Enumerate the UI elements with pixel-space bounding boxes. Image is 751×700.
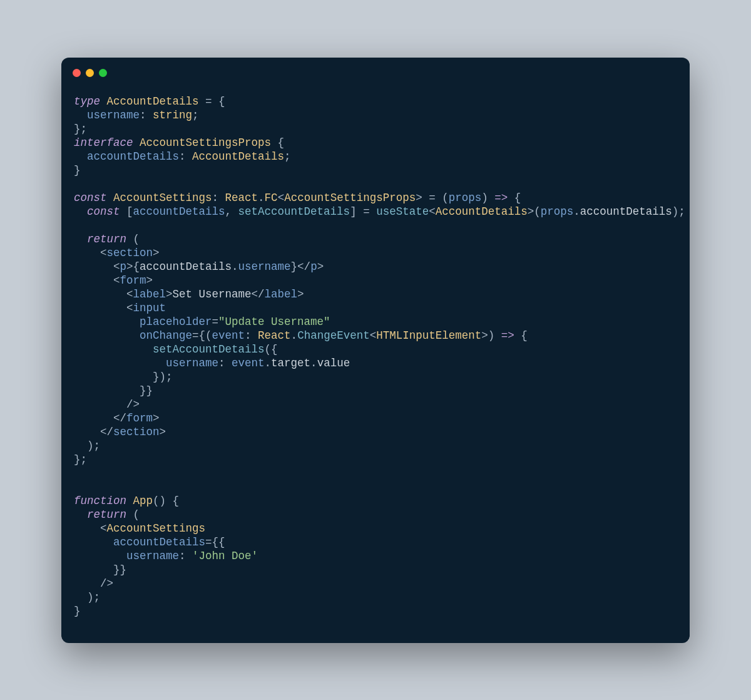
code-line: function App() { <box>74 495 179 507</box>
code-token <box>126 495 133 507</box>
code-token: }; <box>74 123 87 135</box>
code-token: : <box>218 357 232 369</box>
code-line: username: string; <box>74 109 199 121</box>
code-line: accountDetails={{ <box>74 536 225 548</box>
code-line: </form> <box>74 412 160 425</box>
code-token <box>74 536 113 548</box>
code-token: p <box>310 260 317 273</box>
code-token <box>74 316 140 328</box>
code-line: return ( <box>74 233 140 245</box>
code-token: section <box>107 247 153 259</box>
code-token: /> <box>74 398 140 411</box>
code-token: ); <box>672 205 685 218</box>
code-token: placeholder <box>140 316 212 328</box>
code-token: > <box>153 247 160 259</box>
code-block: type AccountDetails = { username: string… <box>61 77 690 624</box>
code-token: setAccountDetails <box>153 343 265 356</box>
code-token: function <box>74 495 126 507</box>
code-line: } <box>74 164 81 177</box>
code-line: }; <box>74 453 87 466</box>
code-line: }} <box>74 564 126 576</box>
code-token: >( <box>528 205 541 218</box>
code-token: }} <box>74 564 126 576</box>
code-token: . <box>258 192 265 204</box>
code-token: > <box>160 426 166 438</box>
code-token: < <box>74 288 133 301</box>
code-token: . <box>310 357 317 369</box>
code-token: }); <box>74 371 173 383</box>
code-token: React <box>258 329 291 342</box>
code-token: username <box>126 550 179 562</box>
code-token: => <box>494 192 508 204</box>
code-line: }} <box>74 384 153 397</box>
code-token: < <box>429 205 436 218</box>
code-token: const <box>74 192 107 204</box>
code-token: label <box>133 288 166 301</box>
code-token: }; <box>74 453 87 466</box>
code-token: ; <box>284 150 291 163</box>
code-token: </ <box>252 288 265 301</box>
code-token: AccountSettings <box>107 522 206 535</box>
code-token: > <box>166 288 173 301</box>
window-titlebar <box>61 58 690 77</box>
minimize-dot-icon[interactable] <box>86 69 94 77</box>
code-token: /> <box>74 577 113 590</box>
code-token: AccountDetails <box>436 205 528 218</box>
code-token: () { <box>153 495 179 507</box>
code-line: </section> <box>74 426 166 438</box>
code-line: ); <box>74 440 100 452</box>
code-token: . <box>232 260 238 273</box>
code-line: } <box>74 605 81 617</box>
code-token <box>74 508 87 521</box>
code-line: username: 'John Doe' <box>74 550 258 562</box>
code-token: < <box>74 302 133 314</box>
code-token: > <box>297 288 304 301</box>
code-token: ; <box>192 109 199 121</box>
code-token: { <box>514 329 528 342</box>
code-token: ) <box>481 192 494 204</box>
code-token <box>100 95 107 108</box>
code-line: interface AccountSettingsProps { <box>74 136 284 149</box>
code-token: ] = <box>350 205 376 218</box>
code-token: ChangeEvent <box>297 329 370 342</box>
code-token: accountDetails <box>113 536 205 548</box>
code-line: <form> <box>74 274 153 287</box>
code-token: ); <box>74 591 100 604</box>
code-token: >) <box>481 329 501 342</box>
code-line: const [accountDetails, setAccountDetails… <box>74 205 685 218</box>
code-token: ={( <box>192 329 212 342</box>
code-token: </ <box>74 412 126 425</box>
code-token: return <box>87 508 126 521</box>
code-token <box>74 329 140 342</box>
code-token: = <box>212 316 219 328</box>
code-token: < <box>370 329 377 342</box>
code-token: . <box>573 205 580 218</box>
code-line: <section> <box>74 247 160 259</box>
code-token: accountDetails <box>140 260 232 273</box>
code-token: props <box>449 192 482 204</box>
code-token: }} <box>74 384 153 397</box>
code-token <box>74 357 166 369</box>
code-token: username <box>166 357 218 369</box>
code-token: type <box>74 95 100 108</box>
code-token: accountDetails <box>87 150 179 163</box>
code-token: < <box>278 192 285 204</box>
code-line: onChange={(event: React.ChangeEvent<HTML… <box>74 329 528 342</box>
code-token: 'John Doe' <box>192 550 258 562</box>
code-token: </ <box>74 426 113 438</box>
code-token: . <box>291 329 298 342</box>
code-token: => <box>501 329 514 342</box>
code-token: > <box>317 260 324 273</box>
code-line: return ( <box>74 508 140 521</box>
close-dot-icon[interactable] <box>73 69 81 77</box>
code-token: label <box>265 288 298 301</box>
code-token: const <box>87 205 120 218</box>
code-line: <label>Set Username</label> <box>74 288 304 301</box>
code-token: < <box>74 260 120 273</box>
code-token: section <box>113 426 160 438</box>
code-token: interface <box>74 136 133 149</box>
code-token: >{ <box>126 260 140 273</box>
maximize-dot-icon[interactable] <box>99 69 107 77</box>
code-line: }); <box>74 371 173 383</box>
code-token: : <box>140 109 153 121</box>
